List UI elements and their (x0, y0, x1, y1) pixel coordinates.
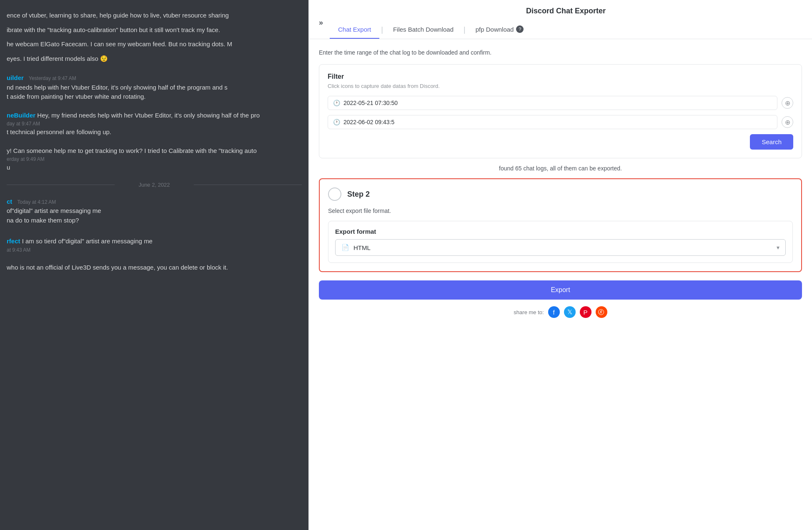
pinterest-icon[interactable]: P (580, 306, 591, 318)
export-format-card: Export format 📄 HTML ▾ (328, 221, 793, 263)
date-divider: June 2, 2022 (0, 175, 308, 195)
export-button[interactable]: Export (319, 280, 802, 300)
search-button[interactable]: Search (750, 134, 793, 150)
help-icon[interactable]: ? (516, 25, 524, 33)
timestamp: at 9:43 AM (7, 246, 302, 254)
result-text: found 65 chat logs, all of them can be e… (319, 165, 802, 172)
username: ct (7, 198, 12, 205)
chat-message-10: who is not an official of Live3D sends y… (0, 260, 308, 275)
tab-divider-1: | (379, 25, 385, 34)
crosshair-icon-to[interactable]: ⊕ (782, 116, 793, 128)
message-content: Hey, my friend needs help with her Vtube… (37, 112, 260, 119)
username: neBuilder (7, 112, 35, 119)
share-label: share me to: (514, 309, 544, 315)
chat-message-6: neBuilder Hey, my friend needs help with… (0, 108, 308, 140)
step2-title: Step 2 (347, 190, 370, 199)
tab-pfp-with-help: pfp Download ? (476, 25, 524, 33)
crosshair-icon-from[interactable]: ⊕ (782, 97, 793, 109)
message-content: ibrate with the "tracking auto-calibrati… (7, 26, 220, 33)
message-content: y! Can someone help me to get tracking t… (7, 147, 257, 154)
date-from-row: 🕐 ⊕ (328, 96, 793, 110)
twitter-icon[interactable]: 𝕏 (564, 306, 576, 318)
chevron-down-icon: ▾ (777, 244, 779, 251)
reddit-icon[interactable]: 🄬 (596, 306, 607, 318)
date-to-row: 🕐 ⊕ (328, 115, 793, 129)
step2-circle (328, 188, 341, 201)
date-from-input[interactable] (343, 100, 772, 106)
tab-chat-export[interactable]: Chat Export (330, 21, 379, 39)
date-to-input[interactable] (343, 119, 772, 125)
filter-title: Filter (328, 73, 793, 80)
message-content: eyes. I tried different models also 😟 (7, 55, 108, 62)
message-content: he webcam ElGato Facecam. I can see my w… (7, 40, 232, 48)
filter-subtitle: Click icons to capture date datas from D… (328, 83, 793, 89)
search-btn-container: Search (328, 134, 793, 150)
date-to-wrapper[interactable]: 🕐 (328, 115, 777, 129)
username: rfect (7, 238, 20, 245)
chat-message-3: he webcam ElGato Facecam. I can see my w… (0, 37, 308, 52)
tab-divider-2: | (462, 25, 467, 34)
chat-message-4: eyes. I tried different models also 😟 (0, 52, 308, 66)
facebook-icon[interactable]: f (548, 306, 560, 318)
format-text: HTML (353, 244, 772, 251)
clock-icon-from: 🕐 (333, 100, 340, 106)
tabs: Chat Export | Files Batch Download | pfp… (330, 20, 802, 39)
chat-message-8: ct Today at 4:12 AM of"digital" artist a… (0, 195, 308, 228)
chat-message-7: y! Can someone help me to get tracking t… (0, 144, 308, 175)
timestamp: day at 9:47 AM (7, 120, 302, 128)
panel-header: » Discord Chat Exporter Chat Export | Fi… (309, 0, 812, 39)
message-content: who is not an official of Live3D sends y… (7, 264, 228, 271)
chat-message-2: ibrate with the "tracking auto-calibrati… (0, 23, 308, 38)
chat-panel: ence of vtuber, learning to share, help … (0, 0, 308, 530)
chat-message-1: ence of vtuber, learning to share, help … (0, 8, 308, 23)
export-format-label: Export format (335, 228, 786, 235)
chat-message-5: uilder Yesterday at 9:47 AM nd needs hel… (0, 71, 308, 104)
format-select[interactable]: 📄 HTML ▾ (335, 239, 786, 256)
message-content: of"digital" artist are messaging mena do… (7, 206, 302, 225)
clock-icon-to: 🕐 (333, 119, 340, 125)
collapse-button[interactable]: » (319, 18, 330, 27)
filter-card: Filter Click icons to capture date datas… (319, 64, 802, 158)
step2-header: Step 2 (328, 188, 793, 201)
message-content: nd needs help with her Vtuber Editor, it… (7, 83, 302, 102)
panel-title: Discord Chat Exporter (330, 7, 802, 20)
panel-body: Enter the time range of the chat log to … (309, 39, 812, 328)
exporter-panel: » Discord Chat Exporter Chat Export | Fi… (308, 0, 812, 530)
message-content: I am so tierd of"digital" artist are mes… (22, 238, 153, 245)
chat-message-9: rfect I am so tierd of"digital" artist a… (0, 234, 308, 256)
pfp-label: pfp Download (476, 26, 514, 33)
share-row: share me to: f 𝕏 P 🄬 (319, 306, 802, 318)
step2-card: Step 2 Select export file format. Export… (319, 178, 802, 272)
message-content: u (7, 163, 302, 172)
step2-description: Select export file format. (328, 208, 793, 214)
message-content: ence of vtuber, learning to share, help … (7, 12, 229, 19)
timestamp: Yesterday at 9:47 AM (29, 75, 76, 81)
message-content: t technical personnel are following up. (7, 128, 302, 137)
username: uilder (7, 74, 24, 81)
timestamp: Today at 4:12 AM (18, 199, 56, 205)
tab-files-batch[interactable]: Files Batch Download (385, 21, 462, 39)
doc-icon: 📄 (341, 244, 349, 251)
tab-pfp-download[interactable]: pfp Download ? (467, 20, 532, 39)
description-text: Enter the time range of the chat log to … (319, 49, 802, 56)
timestamp: erday at 9:49 AM (7, 155, 302, 163)
date-from-wrapper[interactable]: 🕐 (328, 96, 777, 110)
